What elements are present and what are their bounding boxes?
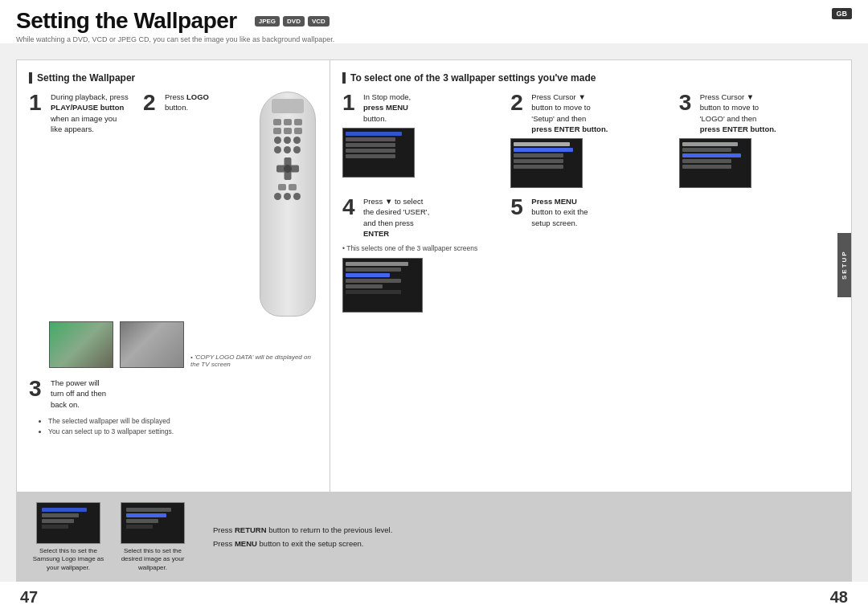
screen-img-1	[49, 321, 113, 368]
ms-line-3-2	[682, 148, 732, 152]
thumb-line-5	[126, 508, 171, 512]
step-1-line1: During playback, press	[51, 92, 129, 101]
right-step-4-header: 4 Press ▼ to select the desired 'USER', …	[342, 196, 502, 239]
right-step-5: 5 Press MENU button to exit the setup sc…	[510, 196, 670, 313]
remote-btn-9	[274, 193, 281, 200]
remote-num-row	[274, 137, 301, 144]
thumb-line-8	[126, 525, 153, 529]
right-section-header: To select one of the 3 wallpaper setting…	[342, 72, 839, 84]
bottom-note-2: Press MENU button to exit the setup scre…	[213, 539, 836, 548]
step-1-line3: when an image you	[51, 114, 117, 123]
thumb-line-1	[42, 508, 87, 512]
note2-prefix: Press	[213, 539, 235, 548]
bullet-notes: The selected wallpaper will be displayed…	[37, 416, 317, 437]
ms-line-2	[346, 137, 395, 141]
dpad-center	[284, 165, 292, 173]
note1-bold: RETURN	[235, 525, 267, 534]
right-step-2: 2 Press Cursor ▼ button to move to 'Setu…	[510, 92, 670, 188]
step-3-line1: The power will	[51, 378, 100, 387]
right-step-2-bold: press ENTER button.	[531, 125, 608, 133]
ms-line-3-5	[682, 165, 732, 169]
bottom-row-main: Select this to set the Samsung Logo imag…	[32, 502, 836, 572]
note1-prefix: Press	[213, 525, 235, 534]
ms-line-3-selected	[682, 153, 742, 157]
main-content: Setting the Wallpaper 1 During playback,…	[16, 59, 852, 492]
menu-screen-2	[510, 138, 583, 188]
thumb-label-1: Select this to set the Samsung Logo imag…	[32, 547, 104, 572]
page-header: Setting the Wallpaper JPEG DVD VCD While…	[0, 0, 868, 43]
page-num-left: 47	[20, 588, 38, 607]
step-2-bold: LOGO	[186, 92, 209, 101]
ms-line-4	[346, 149, 395, 153]
remote-btn-7	[278, 184, 286, 190]
steps-1-2-row: 1 During playback, press PLAY/PAUSE butt…	[29, 92, 317, 317]
right-step-3-line2: button to move to	[700, 103, 759, 112]
step-1: 1 During playback, press PLAY/PAUSE butt…	[29, 92, 137, 134]
step-2-number: 2	[143, 92, 161, 114]
ms-line-4-6	[346, 290, 401, 294]
step-2-text: Press LOGO button.	[165, 92, 251, 113]
thumb-item-1: Select this to set the Samsung Logo imag…	[32, 502, 104, 572]
thumb-screen-1	[36, 502, 100, 544]
right-step-1-header: 1 In Stop mode, press MENU button.	[342, 92, 502, 124]
remote-num-6	[293, 146, 301, 153]
copy-logo-note: • 'COPY LOGO DATA' will be displayed on …	[190, 353, 317, 368]
remote-btn-8	[289, 184, 297, 190]
right-step-5-number: 5	[510, 196, 528, 219]
thumb-screen-1-content	[39, 505, 97, 541]
right-step-1-number: 1	[342, 92, 360, 114]
remote-dpad	[276, 157, 299, 180]
note1-suffix: button to return to the previous level.	[267, 525, 393, 534]
ms-line-4-2	[346, 268, 401, 272]
remote-top	[272, 99, 304, 113]
right-step-2-header: 2 Press Cursor ▼ button to move to 'Setu…	[510, 92, 670, 134]
remote-num-2	[284, 137, 291, 144]
remote-btn-6	[294, 128, 302, 134]
step-3-text: The power will turn off and then back on…	[51, 378, 317, 410]
ms-line-2-1	[514, 142, 570, 146]
badge-dvd: DVD	[283, 16, 305, 27]
badge-jpeg: JPEG	[255, 16, 280, 27]
setup-tab-label: SETUP	[841, 250, 848, 280]
bullet-note-2: You can select up to 3 wallpaper setting…	[48, 427, 317, 437]
right-step-4-bold: ENTER	[363, 229, 389, 238]
right-step-4-line2: the desired 'USER',	[363, 207, 429, 216]
bottom-note-1: Press RETURN button to return to the pre…	[213, 525, 836, 534]
remote-btn-10	[284, 193, 291, 200]
remote-btn-5	[284, 128, 292, 134]
right-step-3-line1: Press Cursor ▼	[700, 92, 754, 101]
right-step-1-bold: press MENU	[363, 103, 408, 112]
step-2-line2: button.	[165, 103, 188, 112]
right-step-4-line1: Press ▼ to select	[363, 197, 423, 206]
right-step-5-line1: button to exit the	[531, 207, 588, 216]
right-step-1-line1: In Stop mode,	[363, 92, 411, 101]
note2-suffix: button to exit the setup screen.	[257, 539, 364, 548]
subtitle: While watching a DVD, VCD or JPEG CD, yo…	[16, 35, 832, 43]
right-step-3-header: 3 Press Cursor ▼ button to move to 'LOGO…	[679, 92, 839, 134]
step-1-line4: like appears.	[51, 125, 94, 133]
right-step-2-line1: Press Cursor ▼	[531, 92, 585, 101]
right-step-2-line2: button to move to	[531, 103, 590, 112]
remote-num-3	[293, 137, 301, 144]
remote-placeholder	[257, 92, 317, 317]
bottom-thumbnails: Select this to set the Samsung Logo imag…	[32, 502, 189, 572]
right-step-1-line2: button.	[363, 114, 387, 123]
right-step-3-text: Press Cursor ▼ button to move to 'LOGO' …	[700, 92, 839, 134]
remote-btn-2	[284, 119, 292, 125]
step-3-line3: back on.	[51, 400, 80, 409]
right-step-4-text: Press ▼ to select the desired 'USER', an…	[363, 196, 502, 239]
remote-btn-row-4	[274, 193, 301, 200]
screens-row-1-2: • 'COPY LOGO DATA' will be displayed on …	[49, 321, 317, 368]
thumb-line-2	[42, 513, 79, 517]
setup-tab: SETUP	[837, 233, 851, 297]
page-numbers: 47 48	[0, 582, 868, 613]
remote-btn-row-2	[273, 128, 302, 134]
header-bar-icon	[29, 72, 32, 84]
step-3-area: 3 The power will turn off and then back …	[29, 378, 317, 410]
ms-line-3-1	[682, 142, 739, 146]
menu-screen-3	[679, 138, 751, 188]
ms-line-2-3	[514, 153, 563, 157]
ms-line-2-selected	[514, 148, 573, 152]
ms-line-4-5	[346, 284, 383, 288]
remote-btn-row-1	[273, 119, 302, 125]
